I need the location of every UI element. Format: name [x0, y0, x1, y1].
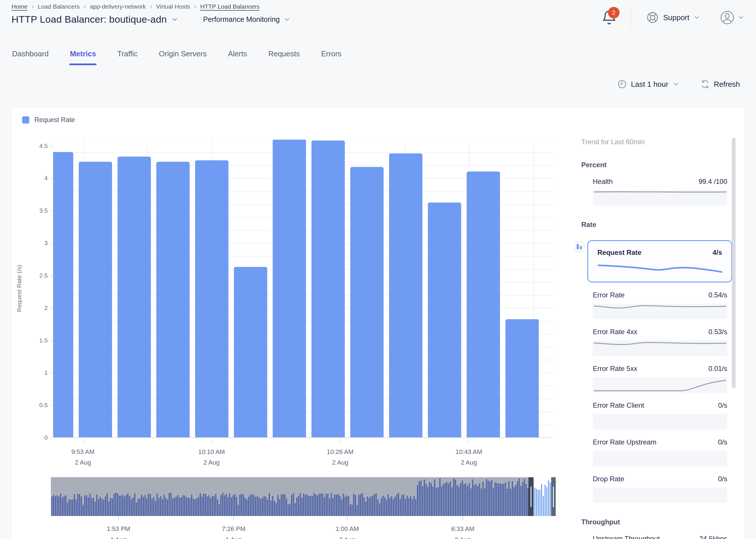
request-rate-bar[interactable] [389, 153, 422, 437]
tab-requests[interactable]: Requests [268, 45, 301, 65]
minimap-bar [326, 494, 327, 516]
minimap-bar [396, 494, 397, 516]
minimap-bar [189, 498, 190, 516]
metric-row-error-rate-4xx[interactable]: Error Rate 4xx0.53/s [593, 328, 727, 356]
minimap-bar [498, 484, 499, 516]
y-tick-label: 1.5 [22, 337, 48, 344]
metric-row-drop-rate[interactable]: Drop Rate0/s [593, 475, 727, 503]
minimap-bar [446, 482, 447, 516]
breadcrumb-home[interactable]: Home [12, 3, 28, 10]
breadcrumb-virtual-hosts[interactable]: Virtual Hosts [156, 3, 190, 10]
minimap-bar [162, 500, 163, 516]
request-rate-bar[interactable] [350, 167, 384, 437]
sidebar-scrollbar[interactable] [732, 138, 736, 388]
minimap-bar [186, 497, 187, 516]
support-menu[interactable]: Support [646, 11, 700, 24]
chart-type-icon[interactable] [574, 242, 584, 252]
minimap-bar [201, 497, 202, 516]
minimap-bar [125, 495, 127, 516]
metric-row-health[interactable]: Health99.4 /100 [593, 178, 727, 206]
tab-errors[interactable]: Errors [321, 45, 342, 65]
account-menu[interactable] [720, 10, 744, 25]
minimap-bar [346, 495, 347, 516]
minimap-bar [95, 501, 96, 516]
minimap-bar [436, 488, 437, 516]
tab-metrics[interactable]: Metrics [69, 45, 97, 65]
minimap-bar [379, 503, 380, 516]
request-rate-bar[interactable] [428, 202, 461, 437]
minimap-bar [169, 493, 170, 516]
request-rate-bar[interactable] [195, 160, 228, 437]
breadcrumb-app-delivery-network[interactable]: app-delivery-network [90, 3, 146, 10]
metric-row-error-rate-upstream[interactable]: Error Rate Upstream0/s [593, 438, 727, 466]
minimap-bar [386, 500, 387, 516]
minimap-bar [105, 497, 106, 516]
chart-legend[interactable]: Request Rate [22, 116, 75, 124]
minimap-right-handle[interactable] [551, 477, 556, 516]
minimap-bar [136, 502, 137, 516]
request-rate-bar[interactable] [117, 157, 151, 437]
metric-row-error-rate[interactable]: Error Rate0.54/s [593, 291, 727, 319]
view-selector[interactable]: Performance Monitoring [203, 15, 291, 24]
request-rate-bar-chart[interactable] [53, 140, 554, 438]
tab-dashboard[interactable]: Dashboard [12, 45, 49, 65]
tab-traffic[interactable]: Traffic [117, 45, 138, 65]
y-tick-mark [49, 178, 53, 179]
minimap-bar [115, 493, 116, 516]
metric-value: 0/s [718, 438, 727, 446]
breadcrumb-load-balancers[interactable]: Load Balancers [38, 3, 80, 10]
minimap-left-handle[interactable] [528, 477, 534, 516]
request-rate-bar[interactable] [273, 140, 306, 437]
request-rate-bar[interactable] [79, 162, 112, 437]
y-tick-label: 1 [22, 369, 48, 376]
minimap-bar [367, 497, 368, 516]
refresh-button[interactable]: Refresh [701, 80, 740, 89]
minimap-bar [422, 486, 423, 516]
request-rate-bar[interactable] [312, 140, 345, 437]
breadcrumb-http-load-balancers[interactable]: HTTP Load Balancers [200, 3, 260, 10]
metric-label: Error Rate [593, 291, 625, 299]
minimap-bar [322, 494, 323, 516]
minimap-bar [63, 496, 65, 516]
notifications-button[interactable]: 2 [601, 9, 617, 27]
minimap-bar [412, 500, 413, 516]
minimap-bar [157, 494, 158, 516]
minimap-bar [303, 494, 304, 516]
minimap-bar [365, 501, 366, 516]
minimap-bar [84, 496, 85, 516]
request-rate-bar[interactable] [467, 172, 500, 437]
y-tick-mark [49, 146, 53, 146]
trend-sidebar: Trend for Last 60min PercentHealth99.4 /… [562, 133, 734, 539]
metric-card-request-rate[interactable]: Request Rate4/s [587, 240, 732, 282]
minimap-bar [432, 487, 434, 516]
title-chevron-down-icon[interactable] [171, 16, 179, 23]
minimap-bar [457, 485, 458, 516]
minimap-bar [488, 481, 489, 516]
minimap-bar [393, 499, 394, 516]
minimap-bar [319, 494, 320, 516]
minimap-bar [76, 500, 77, 516]
support-chevron-down-icon [693, 14, 700, 21]
minimap-bar [415, 500, 416, 516]
minimap-bar [288, 504, 289, 516]
request-rate-bar[interactable] [234, 267, 267, 437]
tab-origin-servers[interactable]: Origin Servers [158, 45, 207, 65]
metric-row-error-rate-client[interactable]: Error Rate Client0/s [593, 401, 727, 429]
metric-row-error-rate-5xx[interactable]: Error Rate 5xx0.01/s [593, 365, 727, 393]
minimap-bar [519, 479, 520, 516]
minimap-bar [363, 497, 365, 516]
request-rate-bar[interactable] [156, 162, 189, 437]
metric-row-upstream-throughput[interactable]: Upstream Throughput24.5kbps [593, 535, 727, 539]
timeline-minimap[interactable] [51, 477, 556, 516]
section-title-throughput: Throughput [581, 518, 734, 526]
minimap-bar [398, 493, 399, 516]
request-rate-bar[interactable] [505, 319, 539, 437]
tab-alerts[interactable]: Alerts [227, 45, 247, 65]
minimap-bar [441, 487, 442, 516]
minimap-bar [127, 494, 128, 516]
time-range-selector[interactable]: Last 1 hour [617, 79, 679, 89]
request-rate-bar[interactable] [53, 152, 73, 437]
minimap-bar [506, 489, 508, 516]
minimap-bar [252, 494, 253, 516]
minimap-bar [407, 496, 408, 516]
